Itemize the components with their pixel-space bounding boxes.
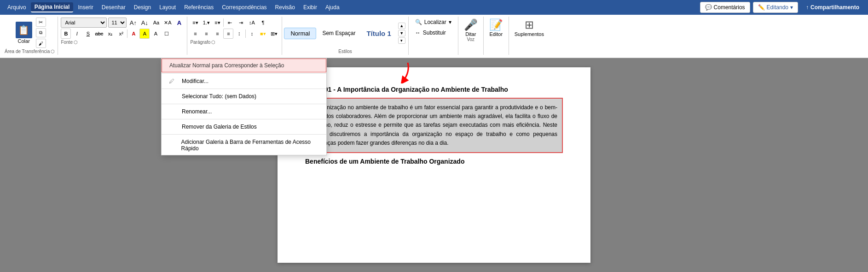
font-color-button[interactable]: A (150, 29, 161, 39)
style-normal-item[interactable]: Normal (284, 28, 316, 39)
dropdown-divider4 (162, 119, 326, 119)
clipboard-label: Área de Transferência ⬡ (5, 49, 55, 54)
ribbon: 📋 Colar ✂ ⧉ 🖌 Área de Transferência ⬡ (0, 15, 868, 58)
change-case-button[interactable]: Aa (151, 18, 161, 28)
menu-arquivo[interactable]: Arquivo (4, 3, 30, 12)
subscript-button[interactable]: x₂ (105, 29, 115, 39)
clipboard-expand-icon[interactable]: ⬡ (51, 49, 55, 54)
underline-button[interactable]: S (83, 29, 93, 39)
editor-icon: 📝 (489, 18, 503, 31)
suplementos-group[interactable]: ⊞ Suplementos (509, 17, 550, 55)
font-family-select[interactable]: Arial (61, 18, 107, 28)
paragraph-label: Parágrafo ⬡ (190, 40, 279, 45)
comentarios-button[interactable]: 💬 Comentários (700, 2, 750, 13)
menu-layout[interactable]: Layout (156, 3, 179, 12)
paragraph-expand-icon[interactable]: ⬡ (211, 40, 215, 45)
voz-label: Voz (467, 37, 475, 42)
font-expand-icon[interactable]: ⬡ (74, 40, 78, 45)
numbering-button[interactable]: 1.▾ (201, 18, 211, 28)
menu-ajuda[interactable]: Ajuda (322, 3, 343, 12)
sep3 (245, 30, 246, 38)
styles-dropdown-menu: Atualizar Normal para Corresponder à Sel… (161, 58, 327, 155)
highlight-button[interactable]: A (139, 29, 150, 39)
menu-design[interactable]: Design (130, 3, 155, 12)
compartilhamento-button[interactable]: ↑ Compartilhamento (801, 2, 864, 13)
strikethrough-button[interactable]: abc (94, 29, 104, 39)
styles-group: Normal Sem Espaçar Título 1 ▲ ▼ ▾ (282, 17, 408, 55)
increase-font-button[interactable]: A↑ (128, 18, 138, 28)
style-nospacing-label: Sem Espaçar (322, 30, 355, 36)
ditar-group[interactable]: 🎤 Ditar Voz (458, 17, 484, 55)
localizar-chevron: ▾ (449, 19, 451, 25)
dropdown-item-renomear[interactable]: Renomear... (162, 105, 326, 118)
format-painter-button[interactable]: 🖌 (36, 39, 46, 48)
align-right-button[interactable]: ≡ (212, 29, 222, 39)
shading-button[interactable]: ■▾ (258, 29, 268, 39)
align-left-button[interactable]: ≡ (190, 29, 200, 39)
clear-format-button[interactable]: ✕A (162, 18, 173, 28)
menu-inserir[interactable]: Inserir (74, 3, 97, 12)
style-titulo1-item[interactable]: Título 1 (361, 27, 396, 40)
localizar-button[interactable]: 🔍 Localizar ▾ (412, 18, 454, 27)
styles-scroll-down[interactable]: ▼ (398, 30, 405, 36)
borders-button[interactable]: ⊞▾ (269, 29, 279, 39)
style-nospacing-item[interactable]: Sem Espaçar (317, 28, 360, 39)
character-shading-button[interactable]: ☐ (162, 29, 172, 39)
multilevel-button[interactable]: ≡▾ (212, 18, 222, 28)
dropdown-item-selecionar[interactable]: Selecionar Tudo: (sem Dados) (162, 90, 326, 103)
show-marks-button[interactable]: ¶ (258, 18, 268, 28)
bold-button[interactable]: B (61, 29, 71, 39)
editor-label: Editor (489, 31, 503, 37)
dropdown-item-modificar[interactable]: 🖊 Modificar... (162, 75, 326, 88)
cut-button[interactable]: ✂ (36, 18, 46, 27)
editor-group[interactable]: 📝 Editor (484, 17, 509, 55)
microphone-icon: 🎤 (464, 18, 478, 31)
dropdown-item-adicionar[interactable]: Adicionar Galeria à Barra de Ferramentas… (162, 136, 326, 155)
justify-button[interactable]: ≡ (223, 29, 233, 39)
text-color-button[interactable]: A (128, 29, 139, 39)
bullets-button[interactable]: ≡▾ (190, 18, 200, 28)
find-replace-group: 🔍 Localizar ▾ ↔ Substituir (409, 17, 458, 55)
separator (127, 30, 127, 38)
italic-button[interactable]: I (72, 29, 82, 39)
styles-scroll-up[interactable]: ▲ (398, 23, 405, 29)
menu-pagina-inicial[interactable]: Página Inicial (31, 2, 74, 12)
styles-scroll: ▲ ▼ ▾ (397, 22, 406, 45)
substituir-button[interactable]: ↔ Substituir (412, 28, 454, 37)
copy-button[interactable]: ⧉ (36, 28, 46, 37)
menu-revisao[interactable]: Revisão (272, 3, 299, 12)
dropdown-item-remover[interactable]: Remover da Galeria de Estilos (162, 120, 326, 133)
editando-button[interactable]: ✏️ Editando ▾ (753, 2, 798, 13)
red-arrow (394, 60, 412, 85)
ditar-label: Ditar (465, 31, 476, 37)
dropdown-divider5 (162, 134, 326, 135)
increase-indent-button[interactable]: ⇥ (236, 18, 246, 28)
style-normal-label: Normal (290, 30, 310, 37)
columns-button[interactable]: ⫶ (234, 29, 244, 39)
comentarios-icon: 💬 (705, 4, 712, 11)
line-spacing-button[interactable]: ↕ (247, 29, 257, 39)
styles-expand[interactable]: ▾ (398, 37, 405, 44)
menu-exibir[interactable]: Exibir (300, 3, 321, 12)
substituir-icon: ↔ (415, 30, 421, 36)
paste-button[interactable]: 📋 Colar (14, 21, 34, 45)
menu-correspondencias[interactable]: Correspondências (218, 3, 270, 12)
menu-referencias[interactable]: Referências (180, 3, 217, 12)
font-group: Arial 11 A↑ A↓ Aa ✕A A B I S abc x₂ (58, 17, 187, 55)
sort-button[interactable]: ↕A (247, 18, 257, 28)
document-paragraph[interactable]: A organização no ambiente de trabalho é … (305, 98, 563, 153)
clipboard-group: 📋 Colar ✂ ⧉ 🖌 Área de Transferência ⬡ (2, 17, 58, 55)
dropdown-item-atualizar[interactable]: Atualizar Normal para Corresponder à Sel… (162, 59, 326, 72)
align-center-button[interactable]: ≡ (201, 29, 211, 39)
superscript-button[interactable]: x² (116, 29, 126, 39)
decrease-indent-button[interactable]: ⇤ (225, 18, 235, 28)
menu-desenhar[interactable]: Desenhar (98, 3, 129, 12)
sep2 (223, 18, 224, 27)
font-size-select[interactable]: 11 (108, 18, 127, 28)
dropdown-divider3 (162, 104, 326, 104)
style-titulo1-label: Título 1 (366, 30, 391, 37)
document-title: Titulo 01 - A Importância da Organização… (305, 86, 563, 93)
decrease-font-button[interactable]: A↓ (139, 18, 150, 28)
text-effects-button[interactable]: A (174, 18, 184, 28)
modificar-icon: 🖊 (169, 78, 178, 84)
